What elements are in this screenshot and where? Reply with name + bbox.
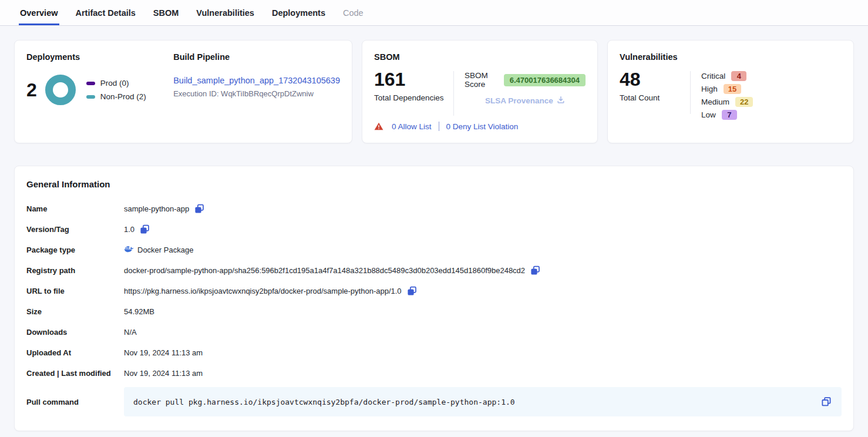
low-count-badge: 7	[722, 110, 737, 120]
copy-pull-command-button[interactable]	[820, 396, 832, 408]
tab-vulnerabilities[interactable]: Vulnerabilities	[195, 0, 255, 25]
sbom-score-row: SBOM Score 6.470017636684304	[465, 71, 586, 89]
created-modified-value: Nov 19, 2024 11:13 am	[124, 369, 203, 378]
name-label: Name	[26, 204, 124, 213]
sbom-divider	[453, 71, 454, 116]
copy-name-button[interactable]	[194, 203, 205, 214]
general-information-rows: Name sample-python-app Version/Tag 1.0	[26, 199, 842, 416]
sbom-metrics: 161 Total Dependencies SBOM Score 6.4700…	[374, 70, 586, 122]
tab-artifact-details[interactable]: Artifact Details	[75, 0, 137, 25]
registry-path-value: docker-prod/sample-python-app/sha256:596…	[124, 266, 525, 275]
legend-item-nonprod: Non-Prod (2)	[86, 92, 146, 101]
sbom-total-label: Total Dependencies	[374, 93, 453, 102]
copy-outline-icon	[820, 396, 832, 408]
downloads-label: Downloads	[26, 328, 124, 337]
warning-icon	[374, 122, 383, 130]
vulnerabilities-title: Vulnerabilities	[620, 52, 842, 62]
sbom-card: SBOM 161 Total Dependencies SBOM Score 6…	[362, 40, 598, 143]
row-version: Version/Tag 1.0	[26, 219, 842, 240]
summary-cards-row: Deployments 2 Prod (0) Non-Prod (2)	[14, 40, 854, 143]
sbom-total: 161	[374, 70, 453, 89]
uploaded-at-label: Uploaded At	[26, 348, 124, 357]
vuln-total-label: Total Count	[620, 93, 690, 102]
tab-overview[interactable]: Overview	[19, 0, 59, 25]
severity-list: Critical 4 High 15 Medium 22 Low 7	[701, 70, 753, 120]
size-value: 54.92MB	[124, 307, 154, 316]
row-package-type: Package type Docker Package	[26, 240, 842, 260]
docker-icon	[124, 245, 134, 255]
slsa-provenance-link[interactable]: SLSA Provenance	[465, 96, 586, 106]
build-pipeline-section: Build Pipeline Build_sample_python_app_1…	[171, 52, 340, 131]
sbom-score-badge: 6.470017636684304	[504, 74, 586, 86]
build-pipeline-title: Build Pipeline	[173, 52, 340, 62]
low-label: Low	[701, 110, 716, 119]
tab-code: Code	[342, 0, 365, 25]
pipeline-link[interactable]: Build_sample_python_app_1732043105639	[173, 76, 340, 85]
vuln-total: 48	[620, 70, 690, 89]
row-pull-command: Pull command docker pull pkg.harness.io/…	[26, 387, 842, 416]
severity-row-low: Low 7	[701, 110, 753, 120]
severity-row-critical: Critical 4	[701, 71, 753, 81]
copy-version-button[interactable]	[139, 224, 150, 235]
package-type-label: Package type	[26, 246, 124, 254]
slsa-provenance-label: SLSA Provenance	[485, 96, 553, 105]
row-created-modified: Created | Last modified Nov 19, 2024 11:…	[26, 363, 842, 384]
sbom-total-block: 161 Total Dependencies	[374, 70, 453, 122]
deployments-legend: Prod (0) Non-Prod (2)	[86, 79, 146, 101]
copy-icon	[406, 285, 418, 297]
version-value: 1.0	[124, 225, 134, 234]
vuln-divider	[690, 71, 691, 114]
legend-item-prod: Prod (0)	[86, 79, 146, 88]
medium-label: Medium	[701, 98, 729, 106]
row-uploaded-at: Uploaded At Nov 19, 2024 11:13 am	[26, 342, 842, 363]
tab-sbom[interactable]: SBOM	[152, 0, 180, 25]
deployments-card: Deployments 2 Prod (0) Non-Prod (2)	[14, 40, 352, 143]
copy-icon	[194, 203, 205, 214]
row-name: Name sample-python-app	[26, 199, 842, 219]
medium-count-badge: 22	[735, 97, 753, 107]
critical-label: Critical	[701, 72, 725, 80]
sbom-score-label: SBOM Score	[465, 71, 498, 89]
deny-list-link[interactable]: 0 Deny List Violation	[446, 122, 519, 131]
downloads-value: N/A	[124, 328, 137, 337]
tab-bar: Overview Artifact Details SBOM Vulnerabi…	[0, 0, 868, 26]
download-icon	[557, 96, 565, 106]
high-label: High	[701, 85, 718, 93]
nonprod-legend-marker	[86, 95, 95, 99]
copy-icon	[139, 224, 150, 235]
name-value: sample-python-app	[124, 204, 189, 213]
copy-registry-path-button[interactable]	[530, 265, 541, 276]
prod-legend-marker	[86, 82, 95, 85]
tab-deployments[interactable]: Deployments	[271, 0, 327, 25]
uploaded-at-value: Nov 19, 2024 11:13 am	[124, 348, 203, 357]
vuln-total-block: 48 Total Count	[620, 70, 690, 120]
execution-id: Execution ID: WqkTiIbBRqecQrpDtZwniw	[173, 89, 340, 98]
package-type-value: Docker Package	[137, 246, 193, 254]
copy-url-button[interactable]	[406, 285, 418, 297]
pull-command-value: docker pull pkg.harness.io/ikpsjoavtcwxn…	[133, 398, 820, 406]
high-count-badge: 15	[724, 84, 741, 94]
deployments-donut-chart	[45, 75, 76, 105]
pull-command-label: Pull command	[26, 398, 124, 406]
row-size: Size 54.92MB	[26, 301, 842, 322]
prod-legend-label: Prod (0)	[100, 79, 129, 88]
pull-command-box: docker pull pkg.harness.io/ikpsjoavtcwxn…	[124, 387, 842, 416]
copy-icon	[530, 265, 541, 276]
critical-count-badge: 4	[731, 71, 746, 81]
nonprod-legend-label: Non-Prod (2)	[100, 92, 146, 101]
deployments-total: 2	[26, 80, 37, 99]
deployments-section: Deployments 2 Prod (0) Non-Prod (2)	[26, 52, 171, 131]
sbom-title: SBOM	[374, 52, 586, 62]
vulnerabilities-card: Vulnerabilities 48 Total Count Critical …	[607, 40, 854, 143]
general-information-title: General Information	[26, 179, 842, 189]
allow-list-link[interactable]: 0 Allow List	[392, 122, 432, 131]
row-downloads: Downloads N/A	[26, 322, 842, 342]
sbom-score-block: SBOM Score 6.470017636684304 SLSA Proven…	[465, 70, 586, 122]
deployments-chart: 2 Prod (0) Non-Prod (2)	[26, 75, 171, 105]
vulnerabilities-metrics: 48 Total Count Critical 4 High 15 Medium	[620, 70, 842, 120]
deployments-title: Deployments	[26, 52, 171, 62]
general-information-card: General Information Name sample-python-a…	[14, 166, 854, 431]
sbom-policy-links: 0 Allow List 0 Deny List Violation	[374, 122, 586, 131]
created-modified-label: Created | Last modified	[26, 369, 124, 378]
policy-links-divider	[439, 122, 439, 131]
